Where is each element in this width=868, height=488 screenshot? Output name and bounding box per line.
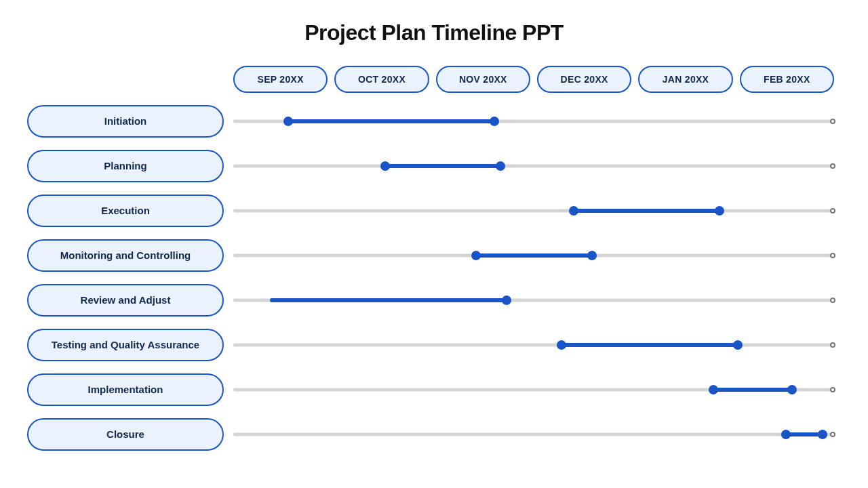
track-end-icon	[830, 208, 835, 214]
track-end-icon	[830, 163, 835, 169]
task-label-execution: Execution	[27, 195, 224, 227]
track-end-icon	[830, 387, 835, 392]
task-label-testing: Testing and Quality Assurance	[27, 329, 224, 361]
track-end-icon	[830, 253, 835, 258]
track-end-icon	[830, 298, 835, 303]
task-bar-closure	[786, 432, 823, 436]
month-pill: DEC 20XX	[537, 66, 631, 93]
task-track	[233, 373, 841, 406]
task-label-review: Review and Adjust	[27, 284, 224, 317]
task-track	[233, 418, 841, 451]
track-end-icon	[830, 342, 835, 348]
track-base	[233, 433, 831, 436]
task-label-closure: Closure	[27, 418, 224, 451]
task-track	[233, 329, 841, 361]
task-label-implementation: Implementation	[27, 373, 224, 406]
gantt-grid: SEP 20XX OCT 20XX NOV 20XX DEC 20XX JAN …	[27, 66, 841, 451]
track-end-icon	[830, 432, 835, 437]
task-bar-initiation	[288, 119, 495, 123]
month-pill: JAN 20XX	[638, 66, 732, 93]
month-pill: OCT 20XX	[334, 66, 429, 93]
task-track	[233, 150, 841, 182]
gantt-slide: Project Plan Timeline PPT SEP 20XX OCT 2…	[0, 0, 868, 488]
month-pill: FEB 20XX	[740, 66, 834, 93]
task-label-planning: Planning	[27, 150, 224, 182]
task-track	[233, 284, 841, 317]
track-base	[233, 165, 831, 168]
task-bar-implementation	[713, 388, 792, 392]
month-header: SEP 20XX OCT 20XX NOV 20XX DEC 20XX JAN …	[233, 66, 841, 93]
task-bar-monitoring	[476, 253, 591, 258]
track-base	[233, 209, 831, 213]
task-bar-execution	[574, 209, 719, 213]
header-spacer	[27, 66, 224, 93]
task-bar-testing	[561, 343, 738, 347]
page-title: Project Plan Timeline PPT	[27, 20, 841, 45]
task-track	[233, 195, 841, 227]
task-label-initiation: Initiation	[27, 105, 224, 138]
track-end-icon	[830, 119, 835, 124]
month-pill: SEP 20XX	[233, 66, 328, 93]
task-track	[233, 239, 841, 272]
task-label-monitoring: Monitoring and Controlling	[27, 239, 224, 272]
task-bar-review	[270, 298, 507, 302]
month-pill: NOV 20XX	[436, 66, 530, 93]
task-track	[233, 105, 841, 138]
task-bar-planning	[385, 164, 500, 168]
